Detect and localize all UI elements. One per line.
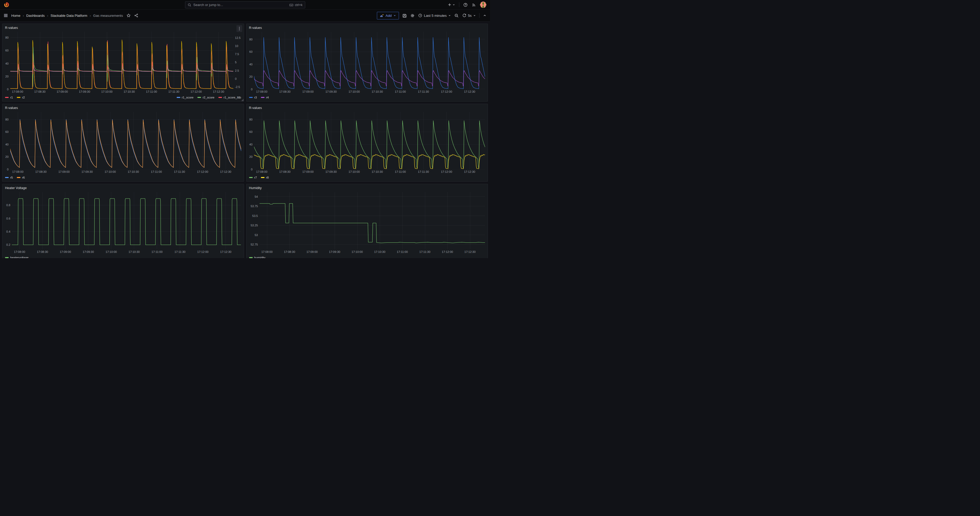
legend-item[interactable]: heatervoltage — [5, 256, 29, 258]
x-tick-label: 17:12:30 — [464, 170, 475, 173]
news-button[interactable] — [472, 3, 476, 7]
x-tick-label: 17:11:30 — [175, 250, 186, 253]
x-tick-label: 17:09:00 — [60, 250, 71, 253]
keyboard-icon — [289, 3, 293, 7]
legend-item[interactable]: humidity — [249, 256, 266, 258]
avatar[interactable] — [480, 2, 486, 8]
panel-menu-button[interactable] — [237, 25, 242, 32]
panel-header[interactable]: R-values — [247, 104, 488, 112]
top-nav-bar: Search or jump to... ctrl+k — [0, 0, 490, 10]
panel-title: R-values — [249, 106, 262, 110]
panel-header[interactable]: Heater Voltage — [2, 184, 244, 192]
grafana-logo[interactable] — [4, 2, 10, 8]
legend-item[interactable]: r1 — [5, 96, 13, 99]
chevron-down-icon — [473, 14, 476, 17]
legend-item[interactable]: r2_score — [197, 96, 215, 99]
legend-item[interactable]: r6 — [17, 176, 25, 179]
add-panel-button[interactable]: Add — [377, 12, 399, 19]
panel-header[interactable]: R-values — [2, 24, 244, 32]
y-axis-right — [241, 192, 244, 250]
panel: R-values 020406080 17:08:0017:08:3017:09… — [246, 104, 488, 182]
x-tick-label: 17:10:00 — [348, 90, 360, 93]
collapse-toolbar-button[interactable] — [483, 14, 487, 18]
x-tick-label: 17:09:00 — [58, 170, 70, 173]
legend-label: r2_score — [203, 96, 215, 99]
refresh-picker[interactable]: 5s — [462, 13, 476, 18]
star-icon — [127, 13, 131, 18]
y-axis-right — [485, 112, 488, 169]
dashboard-settings-button[interactable] — [410, 13, 415, 18]
help-button[interactable] — [463, 3, 468, 7]
x-tick-label: 17:10:30 — [129, 250, 140, 253]
legend-item[interactable]: r3 — [249, 96, 257, 99]
chart-plot[interactable] — [10, 112, 241, 169]
y-tick-label: 20 — [249, 155, 253, 158]
legend-swatch — [17, 97, 21, 98]
y-axis-right: -2.502.557.51012.5 — [233, 32, 243, 89]
x-tick-label: 17:09:00 — [57, 90, 68, 93]
x-tick-label: 17:12:00 — [441, 90, 452, 93]
resize-handle[interactable] — [241, 99, 243, 101]
series-heatervoltage — [12, 199, 241, 245]
x-tick-label: 17:08:00 — [256, 90, 267, 93]
mega-menu-toggle[interactable] — [3, 13, 8, 18]
rss-icon — [472, 3, 476, 7]
time-range-picker[interactable]: Last 5 minutes — [418, 13, 451, 18]
y-axis-left: 020406080 — [247, 112, 254, 169]
new-button[interactable] — [447, 3, 455, 7]
y-tick-label: 53.25 — [251, 224, 258, 227]
y-tick-label: 20 — [5, 75, 8, 78]
search-input[interactable]: Search or jump to... ctrl+k — [185, 1, 305, 8]
chart-plot[interactable] — [12, 192, 241, 250]
legend-swatch — [5, 177, 9, 178]
favorite-button[interactable] — [127, 13, 131, 18]
legend-item[interactable]: r1_score_lttb — [218, 96, 241, 99]
breadcrumb-folder[interactable]: Stackable Data Platform — [50, 14, 87, 18]
x-tick-label: 17:09:30 — [79, 90, 90, 93]
breadcrumb: Home › Dashboards › Stackable Data Platf… — [11, 14, 123, 18]
chart-plot[interactable] — [254, 112, 485, 169]
chart-plot[interactable] — [10, 32, 234, 89]
y-tick-label: 40 — [5, 143, 8, 146]
panel-header[interactable]: Humidity — [247, 184, 488, 192]
legend-item[interactable]: r2 — [17, 96, 25, 99]
x-tick-label: 17:11:30 — [168, 90, 179, 93]
toolbar-actions: Add — [377, 12, 487, 19]
x-tick-label: 17:08:00 — [14, 250, 25, 253]
y-tick-label: 0.4 — [6, 230, 10, 233]
legend-item[interactable]: r8 — [261, 176, 269, 179]
x-tick-label: 17:12:30 — [213, 90, 224, 93]
x-axis: 17:08:0017:08:3017:09:0017:09:3017:10:00… — [254, 89, 485, 94]
share-button[interactable] — [134, 13, 138, 18]
breadcrumb-home[interactable]: Home — [11, 14, 21, 18]
chart-plot[interactable] — [259, 192, 485, 250]
save-dashboard-button[interactable] — [402, 13, 407, 18]
zoom-out-button[interactable] — [454, 13, 459, 18]
panel-header[interactable]: R-values — [247, 24, 488, 32]
breadcrumb-dashboards[interactable]: Dashboards — [26, 14, 45, 18]
y-tick-label: 2.5 — [235, 69, 239, 72]
x-tick-label: 17:08:30 — [35, 170, 46, 173]
x-tick-label: 17:11:30 — [418, 90, 429, 93]
y-tick-label: 5 — [235, 61, 237, 64]
x-tick-label: 17:10:30 — [124, 90, 135, 93]
gear-icon — [410, 13, 415, 18]
chevron-down-icon — [448, 14, 451, 17]
y-tick-label: 0.6 — [6, 217, 10, 220]
panel-header[interactable]: R-values — [2, 104, 244, 112]
legend-item[interactable]: r7 — [249, 176, 257, 179]
x-tick-label: 17:10:00 — [352, 250, 363, 253]
legend-item[interactable]: r4 — [261, 96, 269, 99]
legend-swatch — [197, 97, 201, 98]
plus-icon — [447, 3, 452, 7]
y-tick-label: 80 — [249, 118, 253, 121]
x-tick-label: 17:08:00 — [261, 250, 273, 253]
legend-item[interactable]: r1_score — [177, 96, 194, 99]
legend-swatch — [177, 97, 180, 98]
legend-item[interactable]: r5 — [5, 176, 13, 179]
chart-plot[interactable] — [254, 32, 485, 89]
x-tick-label: 17:11:00 — [397, 250, 408, 253]
legend-label: r7 — [254, 176, 257, 179]
search-icon — [188, 3, 191, 7]
y-axis-left: 0.20.40.60.8 — [2, 192, 12, 250]
